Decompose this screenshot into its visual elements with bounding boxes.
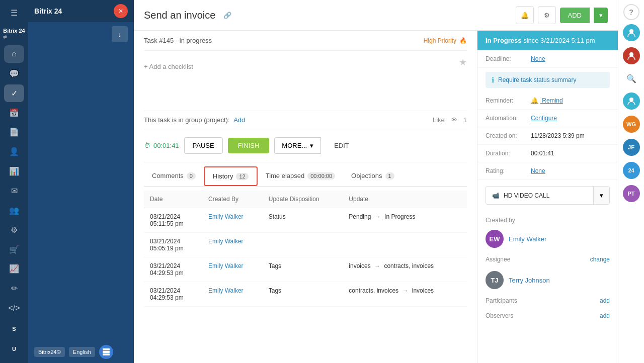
status-since: since 3/21/2024 5:11 pm: [523, 37, 595, 44]
nav-filter-icon[interactable]: ⚙: [4, 221, 24, 239]
user-avatar-24[interactable]: 24: [623, 162, 640, 179]
row2-update: [343, 233, 467, 257]
deadline-value[interactable]: None: [531, 55, 545, 62]
pause-button[interactable]: PAUSE: [184, 137, 223, 154]
user-avatar-2[interactable]: [623, 47, 640, 64]
tab-comments[interactable]: Comments 0: [144, 167, 204, 186]
like-bar: This task is in group (project): Add Lik…: [144, 111, 467, 129]
add-observers-link[interactable]: add: [600, 312, 610, 319]
hamburger-icon[interactable]: ☰: [4, 4, 24, 22]
assignee-name[interactable]: Terry Johnson: [509, 277, 550, 284]
nav-chat-icon[interactable]: 💬: [4, 65, 24, 82]
add-checklist-link[interactable]: + Add a checklist: [144, 59, 467, 74]
history-table-body: 03/21/2024 05:11:55 pm Emily Walker Stat…: [144, 208, 467, 307]
sidebar-language-btn[interactable]: English: [69, 347, 95, 357]
row1-created-by: Emily Walker: [202, 208, 263, 233]
more-button[interactable]: MORE... ▾: [274, 137, 321, 154]
add-dropdown-button[interactable]: ▾: [594, 8, 608, 23]
objections-badge: 1: [385, 172, 394, 179]
edit-button[interactable]: EDIT: [326, 138, 357, 153]
nav-calendar-icon[interactable]: 📅: [4, 104, 24, 122]
sidebar-version-badge[interactable]: Bitrix24©: [34, 347, 65, 357]
fire-icon: 🔥: [459, 37, 467, 44]
nav-home-icon[interactable]: ⌂: [4, 45, 24, 63]
reminder-field: Reminder: 🔔 Remind: [477, 92, 618, 110]
user-avatar-3[interactable]: [623, 93, 640, 110]
created-by-person-row: EW Emily Walker: [477, 226, 618, 252]
notification-button[interactable]: 🔔: [516, 6, 534, 24]
nav-crm-icon[interactable]: 📊: [4, 162, 24, 180]
add-button[interactable]: ADD: [560, 8, 590, 23]
tab-time-elapsed[interactable]: Time elapsed 00:00:00: [258, 167, 343, 186]
user-avatar-wg[interactable]: WG: [623, 116, 640, 133]
table-row: 03/21/2024 05:05:19 pm Emily Walker: [144, 233, 467, 257]
sidebar-footer: Bitrix24© English: [28, 341, 134, 363]
nav-bottom: S U: [4, 319, 24, 359]
like-label[interactable]: Like: [433, 116, 445, 124]
nav-store-icon[interactable]: 🛒: [4, 241, 24, 258]
user-avatar-1[interactable]: [623, 24, 640, 41]
assignee-avatar: TJ: [486, 271, 504, 289]
automation-value[interactable]: Configure: [531, 115, 557, 122]
sidebar-close-button[interactable]: ✕: [114, 4, 128, 18]
nav-tasks-icon[interactable]: ✓: [4, 84, 24, 102]
link-icon[interactable]: 🔗: [223, 12, 231, 19]
finish-button[interactable]: FINISH: [228, 138, 270, 153]
rating-value[interactable]: None: [531, 167, 545, 174]
help-icon[interactable]: ?: [623, 4, 639, 20]
settings-button[interactable]: ⚙: [538, 6, 556, 24]
sidebar-header: Bitrix 24 ✕: [28, 0, 134, 22]
row3-created-by: Emily Walker: [202, 257, 263, 282]
sidebar-download-button[interactable]: ↓: [112, 26, 128, 42]
search-icon[interactable]: 🔍: [621, 68, 641, 88]
top-header: Send an invoice 🔗 🔔 ⚙ ADD ▾: [134, 0, 618, 31]
time-badge: 00:00:00: [307, 172, 335, 179]
row3-update: invoices → contracts, invoices: [343, 257, 467, 282]
task-description-area: ★ + Add a checklist: [144, 51, 467, 111]
video-call-button[interactable]: 📹 HD VIDEO CALL ▾: [486, 186, 610, 205]
views-count: 1: [463, 116, 467, 124]
clock-icon: ⏱: [144, 142, 150, 149]
tabs-row: Comments 0 History 12 Time elapsed 00:00…: [144, 166, 467, 187]
video-call-main: 📹 HD VIDEO CALL: [486, 187, 593, 204]
video-call-dropdown[interactable]: ▾: [593, 187, 609, 204]
star-button[interactable]: ★: [459, 57, 467, 68]
row2-created-by: Emily Walker: [202, 233, 263, 257]
more-chevron-icon: ▾: [310, 142, 313, 149]
bell-icon: 🔔: [531, 97, 538, 104]
table-row: 03/21/2024 04:29:53 pm Emily Walker Tags…: [144, 257, 467, 282]
user-avatar-jf[interactable]: JF: [623, 139, 640, 156]
add-participants-link[interactable]: add: [600, 297, 610, 304]
created-by-section: Created by: [477, 211, 618, 226]
tab-objections[interactable]: Objections 1: [343, 167, 403, 186]
rating-field: Rating: None: [477, 162, 618, 180]
created-by-avatar: EW: [486, 230, 504, 248]
nav-user-u-icon[interactable]: U: [4, 339, 24, 359]
tab-history[interactable]: History 12: [204, 166, 258, 186]
nav-group-icon[interactable]: 👥: [4, 202, 24, 219]
duration-field: Duration: 00:01:41: [477, 145, 618, 162]
arrow-icon-3: →: [374, 262, 380, 269]
history-badge: 12: [236, 173, 248, 180]
row4-update: contracts, invoices → invoices: [343, 282, 467, 307]
sidebar-user-avatar[interactable]: [99, 345, 113, 359]
add-group-link[interactable]: Add: [233, 116, 245, 124]
change-assignee-link[interactable]: change: [590, 256, 610, 263]
timer-row: ⏱ 00:01:41 PAUSE FINISH MORE... ▾ EDIT: [144, 129, 467, 162]
nav-code-icon[interactable]: </>: [4, 299, 24, 317]
info-banner: ℹ Require task status summary: [486, 72, 610, 88]
nav-pencil-icon[interactable]: ✏: [4, 280, 24, 297]
created-by-name[interactable]: Emily Walker: [509, 235, 546, 243]
row1-date: 03/21/2024 05:11:55 pm: [144, 208, 202, 233]
info-icon: ℹ: [492, 76, 494, 84]
app-logo-area: Bitrix 24 ⇄: [3, 24, 25, 43]
user-avatar-pt[interactable]: PT: [623, 185, 640, 202]
nav-report-icon[interactable]: 📈: [4, 260, 24, 278]
nav-mail-icon[interactable]: ✉: [4, 182, 24, 200]
nav-files-icon[interactable]: 📄: [4, 123, 24, 141]
nav-contacts-icon[interactable]: 👤: [4, 143, 24, 160]
nav-user-s-icon[interactable]: S: [4, 319, 24, 339]
task-main: Task #145 - in progress High Priority 🔥 …: [134, 31, 477, 363]
row3-date: 03/21/2024 04:29:53 pm: [144, 257, 202, 282]
row1-disposition: Status: [263, 208, 343, 233]
